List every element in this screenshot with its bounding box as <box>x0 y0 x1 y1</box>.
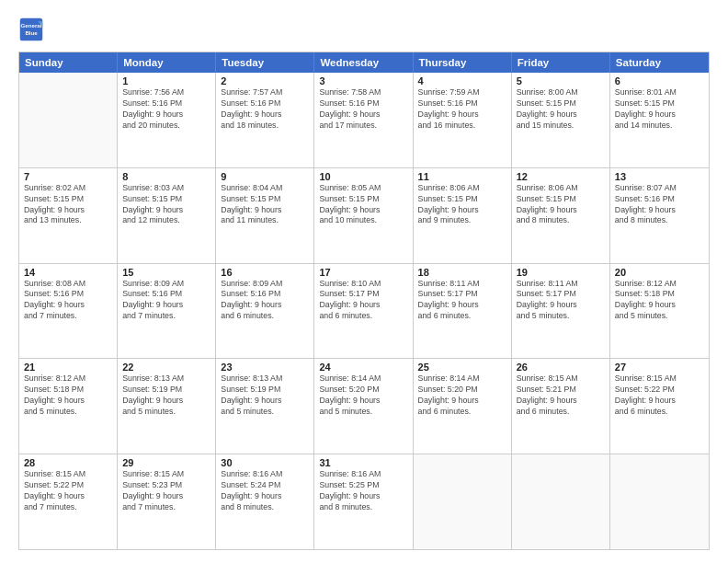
day-info: Sunrise: 8:13 AM Sunset: 5:19 PM Dayligh… <box>221 373 309 418</box>
day-info: Sunrise: 8:15 AM Sunset: 5:22 PM Dayligh… <box>615 373 704 418</box>
cal-cell: 14Sunrise: 8:08 AM Sunset: 5:16 PM Dayli… <box>19 264 118 359</box>
day-info: Sunrise: 7:58 AM Sunset: 5:16 PM Dayligh… <box>319 87 407 132</box>
cal-cell: 30Sunrise: 8:16 AM Sunset: 5:24 PM Dayli… <box>216 454 314 549</box>
day-info: Sunrise: 7:59 AM Sunset: 5:16 PM Dayligh… <box>418 87 506 132</box>
logo-icon: General Blue <box>18 17 44 42</box>
day-info: Sunrise: 8:14 AM Sunset: 5:20 PM Dayligh… <box>418 373 506 418</box>
cal-cell: 10Sunrise: 8:05 AM Sunset: 5:15 PM Dayli… <box>314 168 413 263</box>
day-info: Sunrise: 8:06 AM Sunset: 5:15 PM Dayligh… <box>517 183 605 227</box>
cal-header-cell: Sunday <box>19 52 118 73</box>
day-info: Sunrise: 8:12 AM Sunset: 5:18 PM Dayligh… <box>615 279 704 323</box>
day-info: Sunrise: 8:09 AM Sunset: 5:16 PM Dayligh… <box>221 279 309 323</box>
day-info: Sunrise: 8:16 AM Sunset: 5:24 PM Dayligh… <box>221 469 309 513</box>
day-number: 1 <box>122 75 210 86</box>
cal-cell: 23Sunrise: 8:13 AM Sunset: 5:19 PM Dayli… <box>216 359 314 454</box>
day-info: Sunrise: 8:04 AM Sunset: 5:15 PM Dayligh… <box>221 183 309 227</box>
day-number: 29 <box>122 457 210 468</box>
day-number: 28 <box>24 457 112 468</box>
day-number: 16 <box>221 267 309 278</box>
calendar-body: 1Sunrise: 7:56 AM Sunset: 5:16 PM Daylig… <box>19 73 709 549</box>
cal-cell: 29Sunrise: 8:15 AM Sunset: 5:23 PM Dayli… <box>118 454 216 549</box>
day-number: 14 <box>24 267 112 278</box>
cal-cell: 15Sunrise: 8:09 AM Sunset: 5:16 PM Dayli… <box>118 264 216 359</box>
day-info: Sunrise: 8:15 AM Sunset: 5:22 PM Dayligh… <box>24 469 112 513</box>
day-info: Sunrise: 8:10 AM Sunset: 5:17 PM Dayligh… <box>319 279 407 323</box>
day-number: 17 <box>319 267 407 278</box>
day-number: 19 <box>517 267 605 278</box>
cal-week-row: 1Sunrise: 7:56 AM Sunset: 5:16 PM Daylig… <box>19 73 709 167</box>
cal-week-row: 28Sunrise: 8:15 AM Sunset: 5:22 PM Dayli… <box>19 454 709 549</box>
cal-cell: 4Sunrise: 7:59 AM Sunset: 5:16 PM Daylig… <box>414 73 512 167</box>
cal-header-cell: Saturday <box>610 52 709 73</box>
cal-header-cell: Thursday <box>414 52 512 73</box>
day-number: 27 <box>615 362 704 373</box>
day-info: Sunrise: 8:12 AM Sunset: 5:18 PM Dayligh… <box>24 373 112 418</box>
cal-cell: 24Sunrise: 8:14 AM Sunset: 5:20 PM Dayli… <box>314 359 413 454</box>
page: General Blue SundayMondayTuesdayWednesda… <box>0 0 728 563</box>
cal-cell: 18Sunrise: 8:11 AM Sunset: 5:17 PM Dayli… <box>414 264 512 359</box>
logo: General Blue <box>18 17 48 42</box>
day-info: Sunrise: 8:09 AM Sunset: 5:16 PM Dayligh… <box>122 279 210 323</box>
cal-cell: 21Sunrise: 8:12 AM Sunset: 5:18 PM Dayli… <box>19 359 118 454</box>
day-number: 10 <box>319 171 407 182</box>
day-info: Sunrise: 8:13 AM Sunset: 5:19 PM Dayligh… <box>122 373 210 418</box>
cal-cell: 7Sunrise: 8:02 AM Sunset: 5:15 PM Daylig… <box>19 168 118 263</box>
cal-cell: 20Sunrise: 8:12 AM Sunset: 5:18 PM Dayli… <box>610 264 709 359</box>
cal-cell: 16Sunrise: 8:09 AM Sunset: 5:16 PM Dayli… <box>216 264 314 359</box>
day-info: Sunrise: 8:00 AM Sunset: 5:15 PM Dayligh… <box>517 87 605 132</box>
day-info: Sunrise: 8:01 AM Sunset: 5:15 PM Dayligh… <box>615 87 704 132</box>
day-info: Sunrise: 8:06 AM Sunset: 5:15 PM Dayligh… <box>418 183 506 227</box>
cal-cell <box>19 73 118 167</box>
day-number: 15 <box>122 267 210 278</box>
cal-cell <box>414 454 512 549</box>
day-info: Sunrise: 8:15 AM Sunset: 5:23 PM Dayligh… <box>122 469 210 513</box>
day-number: 11 <box>418 171 506 182</box>
cal-cell: 17Sunrise: 8:10 AM Sunset: 5:17 PM Dayli… <box>314 264 413 359</box>
day-info: Sunrise: 8:07 AM Sunset: 5:16 PM Dayligh… <box>615 183 704 227</box>
cal-cell: 27Sunrise: 8:15 AM Sunset: 5:22 PM Dayli… <box>610 359 709 454</box>
cal-cell: 3Sunrise: 7:58 AM Sunset: 5:16 PM Daylig… <box>314 73 413 167</box>
day-number: 5 <box>517 75 605 86</box>
cal-cell <box>610 454 709 549</box>
cal-cell: 11Sunrise: 8:06 AM Sunset: 5:15 PM Dayli… <box>414 168 512 263</box>
day-info: Sunrise: 8:05 AM Sunset: 5:15 PM Dayligh… <box>319 183 407 227</box>
cal-cell: 19Sunrise: 8:11 AM Sunset: 5:17 PM Dayli… <box>512 264 610 359</box>
cal-cell: 1Sunrise: 7:56 AM Sunset: 5:16 PM Daylig… <box>118 73 216 167</box>
day-number: 2 <box>221 75 309 86</box>
cal-header-cell: Friday <box>512 52 610 73</box>
cal-cell: 13Sunrise: 8:07 AM Sunset: 5:16 PM Dayli… <box>610 168 709 263</box>
day-number: 9 <box>221 171 309 182</box>
day-number: 31 <box>319 457 407 468</box>
day-number: 12 <box>517 171 605 182</box>
day-number: 4 <box>418 75 506 86</box>
cal-cell: 31Sunrise: 8:16 AM Sunset: 5:25 PM Dayli… <box>314 454 413 549</box>
cal-week-row: 7Sunrise: 8:02 AM Sunset: 5:15 PM Daylig… <box>19 167 709 263</box>
day-number: 24 <box>319 362 407 373</box>
cal-week-row: 14Sunrise: 8:08 AM Sunset: 5:16 PM Dayli… <box>19 263 709 359</box>
day-info: Sunrise: 8:03 AM Sunset: 5:15 PM Dayligh… <box>122 183 210 227</box>
day-info: Sunrise: 8:15 AM Sunset: 5:21 PM Dayligh… <box>517 373 605 418</box>
svg-text:Blue: Blue <box>25 29 38 36</box>
calendar: SundayMondayTuesdayWednesdayThursdayFrid… <box>18 52 710 550</box>
day-number: 21 <box>24 362 112 373</box>
cal-cell <box>512 454 610 549</box>
day-info: Sunrise: 8:11 AM Sunset: 5:17 PM Dayligh… <box>517 279 605 323</box>
day-number: 6 <box>615 75 704 86</box>
day-number: 25 <box>418 362 506 373</box>
day-number: 3 <box>319 75 407 86</box>
day-info: Sunrise: 8:16 AM Sunset: 5:25 PM Dayligh… <box>319 469 407 513</box>
cal-header-cell: Monday <box>118 52 216 73</box>
cal-header-cell: Tuesday <box>216 52 314 73</box>
cal-cell: 22Sunrise: 8:13 AM Sunset: 5:19 PM Dayli… <box>118 359 216 454</box>
cal-cell: 5Sunrise: 8:00 AM Sunset: 5:15 PM Daylig… <box>512 73 610 167</box>
cal-cell: 26Sunrise: 8:15 AM Sunset: 5:21 PM Dayli… <box>512 359 610 454</box>
cal-week-row: 21Sunrise: 8:12 AM Sunset: 5:18 PM Dayli… <box>19 358 709 454</box>
day-number: 20 <box>615 267 704 278</box>
day-info: Sunrise: 8:14 AM Sunset: 5:20 PM Dayligh… <box>319 373 407 418</box>
cal-cell: 6Sunrise: 8:01 AM Sunset: 5:15 PM Daylig… <box>610 73 709 167</box>
day-number: 18 <box>418 267 506 278</box>
cal-cell: 9Sunrise: 8:04 AM Sunset: 5:15 PM Daylig… <box>216 168 314 263</box>
cal-cell: 25Sunrise: 8:14 AM Sunset: 5:20 PM Dayli… <box>414 359 512 454</box>
day-number: 23 <box>221 362 309 373</box>
day-info: Sunrise: 8:02 AM Sunset: 5:15 PM Dayligh… <box>24 183 112 227</box>
